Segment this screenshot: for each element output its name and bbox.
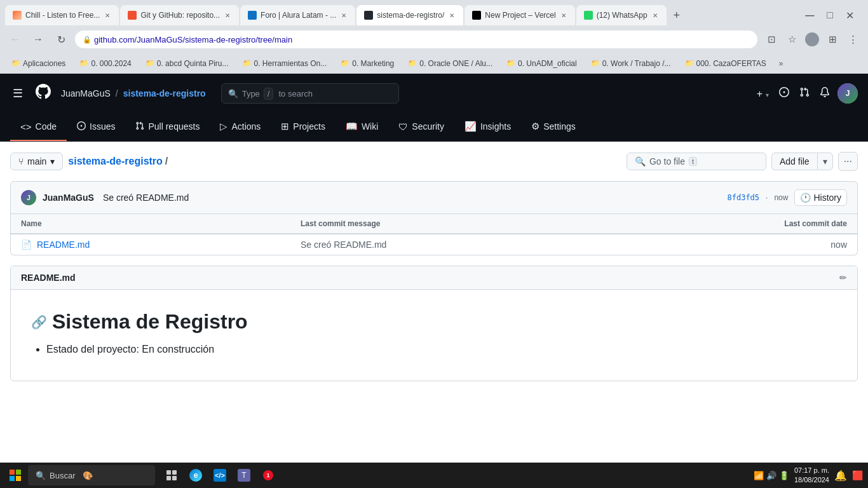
bookmark-5[interactable]: 📁 0. Marketing xyxy=(336,57,399,70)
menu-button[interactable]: ⋮ xyxy=(844,30,862,48)
nav-pull-requests[interactable]: Pull requests xyxy=(125,113,210,141)
tab-label-6: (12) WhatsApp xyxy=(597,11,648,20)
commit-sha[interactable]: 8fd3fd5 xyxy=(728,193,760,202)
table-row: 📄 README.md Se creó README.md now xyxy=(11,234,857,255)
bookmark-4[interactable]: 📁 0. Herramientas On... xyxy=(238,57,332,70)
anchor-icon: 🔗 xyxy=(31,315,47,330)
search-small-icon: 🔍 xyxy=(635,156,646,166)
forward-button[interactable]: → xyxy=(29,30,47,48)
nav-projects[interactable]: ⊞ Projects xyxy=(271,113,336,141)
file-header-bar: ⑂ main ▾ sistema-de-registro / 🔍 Go to f… xyxy=(10,152,858,171)
user-avatar[interactable]: J xyxy=(837,83,858,104)
bookmark-9[interactable]: 📁 000. CazaOFERTAS xyxy=(680,57,771,70)
bookmark-6[interactable]: 📁 0. Oracle ONE / Alu... xyxy=(403,57,498,70)
nav-settings[interactable]: ⚙ Settings xyxy=(521,113,586,141)
github-search: 🔍 Type / to search xyxy=(221,83,399,104)
tab-label-2: Git y GitHub: reposito... xyxy=(140,11,220,20)
pull-request-icon-button[interactable] xyxy=(797,85,812,103)
nav-pr-label: Pull requests xyxy=(148,121,200,132)
nav-actions[interactable]: ▷ Actions xyxy=(210,113,271,141)
back-button[interactable]: ← xyxy=(6,30,24,48)
breadcrumb-repo-link[interactable]: sistema-de-registro xyxy=(68,156,163,167)
search-box[interactable]: 🔍 Type / to search xyxy=(221,83,399,104)
goto-file-input[interactable]: 🔍 Go to file t xyxy=(627,152,766,170)
actions-icon: ▷ xyxy=(220,121,227,132)
readme-title: README.md xyxy=(21,273,76,283)
bookmark-apps[interactable]: 📁 Aplicaciones xyxy=(6,57,71,70)
nav-wiki[interactable]: 📖 Wiki xyxy=(336,113,388,141)
more-options-button[interactable]: ··· xyxy=(838,152,858,171)
extensions-button[interactable]: ⊞ xyxy=(824,30,841,48)
bookmark-icon-8: 📁 xyxy=(591,59,600,67)
tab-close-5[interactable]: ✕ xyxy=(560,11,567,20)
nav-wiki-label: Wiki xyxy=(362,121,378,132)
tab-4[interactable]: sistema-de-registro/ ✕ xyxy=(356,5,463,25)
github-page: ☰ JuanMaGuS / sistema-de-registro 🔍 Type… xyxy=(0,74,868,460)
column-last-commit: Last commit message xyxy=(301,219,720,228)
code-icon: <> xyxy=(20,121,32,132)
tab-2[interactable]: Git y GitHub: reposito... ✕ xyxy=(120,5,239,25)
tab-close-3[interactable]: ✕ xyxy=(340,11,348,20)
minimize-button[interactable]: ─ xyxy=(801,8,818,23)
repo-nav: <> Code Issues Pull requests ▷ Actions ⊞… xyxy=(0,113,868,142)
tab-label-1: Chill - Listen to Free... xyxy=(25,11,100,20)
search-placeholder: Type xyxy=(242,89,260,98)
address-input[interactable]: 🔒 github.com/JuanMaGuS/sistema-de-regist… xyxy=(75,30,757,48)
github-logo[interactable] xyxy=(36,84,51,103)
bookmarks-more-button[interactable]: » xyxy=(775,57,787,70)
readme-list: Estado del proyecto: En construcción xyxy=(31,344,837,355)
column-date: Last commit date xyxy=(720,219,847,228)
tab-label-3: Foro | Alura Latam - ... xyxy=(261,11,336,20)
tab-5[interactable]: New Project – Vercel ✕ xyxy=(465,5,574,25)
repo-name-link[interactable]: sistema-de-registro xyxy=(123,88,206,98)
toolbar-icons: ⊡ ☆ ⊞ ⋮ xyxy=(763,30,862,48)
bookmark-8[interactable]: 📁 0. Work / Trabajo /... xyxy=(586,57,676,70)
nav-code[interactable]: <> Code xyxy=(10,113,67,141)
bookmark-3[interactable]: 📁 0. abcd Quinta Piru... xyxy=(140,57,234,70)
bookmark-icon-7: 📁 xyxy=(506,59,515,67)
tab-close-6[interactable]: ✕ xyxy=(651,11,659,20)
commit-time: now xyxy=(774,193,788,202)
notifications-button[interactable] xyxy=(817,85,832,103)
bookmark-7[interactable]: 📁 0. UnADM_oficial xyxy=(501,57,582,70)
readme-container: README.md ✏ 🔗 Sistema de Registro Estado… xyxy=(10,266,858,381)
cast-button[interactable]: ⊡ xyxy=(763,30,780,48)
add-file-dropdown[interactable]: ▾ xyxy=(817,152,833,170)
history-link[interactable]: 🕐 History xyxy=(794,189,847,206)
tab-1[interactable]: Chill - Listen to Free... ✕ xyxy=(5,5,119,25)
security-icon: 🛡 xyxy=(398,121,408,132)
nav-insights[interactable]: 📈 Insights xyxy=(454,113,521,141)
file-link-readme[interactable]: README.md xyxy=(37,240,90,250)
nav-issues[interactable]: Issues xyxy=(67,113,125,141)
create-new-button[interactable]: + ▾ xyxy=(754,85,771,103)
username-link[interactable]: JuanMaGuS xyxy=(61,88,111,98)
tab-close-1[interactable]: ✕ xyxy=(104,11,111,20)
tab-3[interactable]: Foro | Alura Latam - ... ✕ xyxy=(240,5,355,25)
commit-author-name[interactable]: JuanMaGuS xyxy=(43,193,94,203)
bookmark-2[interactable]: 📁 0. 000.2024 xyxy=(74,57,136,70)
tab-6[interactable]: (12) WhatsApp ✕ xyxy=(576,5,667,25)
path-separator: / xyxy=(116,88,118,98)
new-tab-button[interactable]: + xyxy=(668,6,686,24)
tab-favicon-3 xyxy=(248,11,257,20)
tab-favicon-6 xyxy=(584,11,593,20)
readme-edit-button[interactable]: ✏ xyxy=(839,273,847,283)
add-file-button[interactable]: Add file xyxy=(771,152,817,170)
profile-button[interactable] xyxy=(803,30,821,48)
bookmarks-bar: 📁 Aplicaciones 📁 0. 000.2024 📁 0. abcd Q… xyxy=(0,53,868,74)
close-button[interactable]: ✕ xyxy=(842,10,858,22)
readme-heading: 🔗 Sistema de Registro xyxy=(31,310,837,334)
history-label: History xyxy=(813,193,841,203)
refresh-button[interactable]: ↻ xyxy=(52,30,70,48)
tab-favicon-1 xyxy=(13,11,22,20)
tab-close-4[interactable]: ✕ xyxy=(448,11,456,20)
maximize-button[interactable]: □ xyxy=(823,10,837,21)
issues-icon-button[interactable] xyxy=(776,85,792,103)
tab-label-4: sistema-de-registro/ xyxy=(377,11,444,20)
tab-close-2[interactable]: ✕ xyxy=(224,11,231,20)
bookmark-button[interactable]: ☆ xyxy=(783,30,801,48)
nav-security[interactable]: 🛡 Security xyxy=(388,113,454,141)
branch-button[interactable]: ⑂ main ▾ xyxy=(10,152,63,170)
hamburger-menu[interactable]: ☰ xyxy=(10,84,25,103)
commit-right-section: 8fd3fd5 · now 🕐 History xyxy=(728,189,848,206)
